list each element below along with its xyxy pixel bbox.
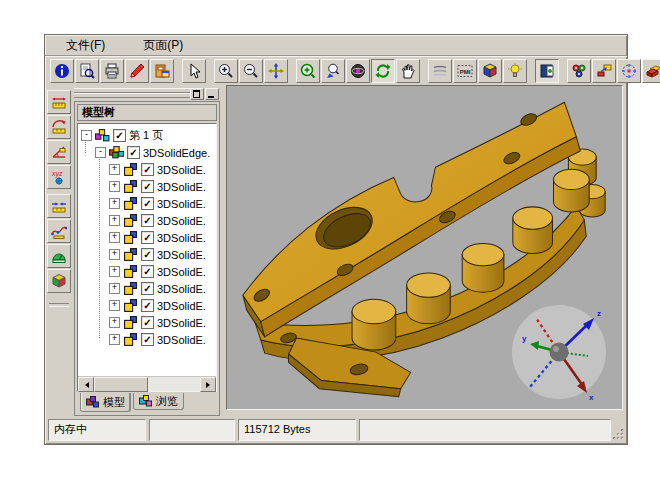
tab-browse[interactable]: 浏览 (133, 393, 184, 410)
pmi-icon: PMI (457, 63, 473, 79)
measure-curve-button[interactable] (47, 219, 71, 243)
tree-row-part[interactable]: +✓3DSolidE. (81, 263, 216, 280)
expand-expander[interactable]: + (109, 164, 120, 175)
menu-file[interactable]: 文件(F) (62, 36, 109, 55)
print-button[interactable] (100, 59, 124, 83)
tree-row-part[interactable]: +✓3DSolidE. (81, 212, 216, 229)
expand-expander[interactable]: + (109, 198, 120, 209)
render-mode-button[interactable] (428, 59, 452, 83)
view-cube-button[interactable] (478, 59, 502, 83)
orientation-trackball[interactable]: z x y (510, 303, 610, 403)
expand-expander[interactable]: + (109, 232, 120, 243)
redline-markup-button[interactable] (125, 59, 149, 83)
expand-expander[interactable]: + (109, 181, 120, 192)
scroll-left-button[interactable] (78, 377, 94, 392)
export-document-button[interactable] (150, 59, 174, 83)
lighting-button[interactable] (503, 59, 527, 83)
measure-radius-button[interactable] (47, 115, 71, 139)
tree-row-part[interactable]: +✓3DSolidE. (81, 195, 216, 212)
zoom-in-button[interactable] (214, 59, 238, 83)
orbit-rotate-button[interactable] (346, 59, 370, 83)
expand-expander[interactable]: + (109, 334, 120, 345)
tree-row-part[interactable]: +✓3DSolidE. (81, 280, 216, 297)
print-preview-button[interactable] (75, 59, 99, 83)
measure-radius-icon (51, 119, 67, 135)
expand-expander[interactable]: + (109, 266, 120, 277)
pan-button[interactable] (264, 59, 288, 83)
pmi-button[interactable]: PMI (453, 59, 477, 83)
part-node-icon (123, 214, 138, 227)
measure-coordinate-button[interactable]: xyz (47, 165, 71, 189)
visibility-checkbox[interactable]: ✓ (141, 282, 154, 295)
menu-page[interactable]: 页面(P) (139, 36, 187, 55)
panel-gripper[interactable] (74, 88, 220, 99)
tree-row-part[interactable]: +✓3DSolidE. (81, 331, 216, 348)
tree-row-part[interactable]: +✓3DSolidE. (81, 178, 216, 195)
tree-row-part[interactable]: +✓3DSolidE. (81, 297, 216, 314)
tree-row-assembly[interactable]: - ✓ 3DSolidEdge. (81, 144, 216, 161)
visibility-checkbox[interactable]: ✓ (141, 163, 154, 176)
tab-model[interactable]: 模型 (80, 393, 131, 412)
tree-row-part[interactable]: +✓3DSolidE. (81, 314, 216, 331)
move-part-button[interactable] (592, 59, 616, 83)
tree-panel-title: 模型树 (77, 104, 217, 121)
panel-hide-button[interactable] (205, 88, 219, 100)
expand-expander[interactable]: + (109, 215, 120, 226)
tree-row-page[interactable]: - ✓ 第 1 页 (81, 127, 216, 144)
resize-grip[interactable] (612, 428, 625, 441)
check-mark: ✓ (129, 148, 137, 157)
expand-expander[interactable]: + (109, 317, 120, 328)
zoom-out-button[interactable] (239, 59, 263, 83)
part-node-icon (123, 163, 138, 176)
x-axis-label: x (589, 393, 594, 402)
tree-row-part[interactable]: +✓3DSolidE. (81, 161, 216, 178)
collapse-expander[interactable]: - (81, 130, 92, 141)
measure-angle-button[interactable] (47, 140, 71, 164)
visibility-checkbox[interactable]: ✓ (141, 248, 154, 261)
visibility-checkbox[interactable]: ✓ (141, 299, 154, 312)
visibility-checkbox[interactable]: ✓ (141, 180, 154, 193)
about-info-button[interactable] (50, 59, 74, 83)
move-part-icon (596, 63, 612, 79)
visibility-checkbox[interactable]: ✓ (127, 146, 140, 159)
measure-volume-button[interactable] (47, 269, 71, 293)
hand-pan-button[interactable] (396, 59, 420, 83)
select-cursor-button[interactable] (182, 59, 206, 83)
spin-button[interactable] (371, 59, 395, 83)
measure-distance-button[interactable] (47, 90, 71, 114)
explode-view-button[interactable] (617, 59, 641, 83)
collapse-expander[interactable]: - (95, 147, 106, 158)
model-tree[interactable]: - ✓ 第 1 页 - ✓ 3DSolidEdge. +✓3DSolidE. (78, 124, 216, 376)
measure-area-button[interactable] (47, 244, 71, 268)
measure-gap-button[interactable] (47, 194, 71, 218)
y-axis-label: y (522, 334, 527, 343)
visibility-checkbox[interactable]: ✓ (141, 214, 154, 227)
tree-row-part[interactable]: +✓3DSolidE. (81, 246, 216, 263)
scrollbar-thumb[interactable] (94, 377, 148, 392)
visibility-checkbox[interactable]: ✓ (141, 197, 154, 210)
notebook-button[interactable] (535, 59, 559, 83)
part-list-button[interactable] (567, 59, 591, 83)
scrollbar-track[interactable] (94, 377, 200, 391)
scroll-right-button[interactable] (200, 377, 216, 392)
expand-expander[interactable]: + (109, 300, 120, 311)
visibility-checkbox[interactable]: ✓ (141, 316, 154, 329)
3d-viewport[interactable]: z x y (226, 85, 623, 410)
explode-icon (621, 63, 637, 79)
tree-row-part[interactable]: +✓3DSolidE. (81, 229, 216, 246)
svg-text:xyz: xyz (51, 170, 63, 178)
visibility-checkbox[interactable]: ✓ (141, 265, 154, 278)
zoom-dynamic-button[interactable] (321, 59, 345, 83)
panel-float-button[interactable] (190, 88, 204, 100)
status-bytes: 115712 Bytes (238, 419, 356, 441)
section-stack-button[interactable] (642, 59, 660, 83)
visibility-checkbox[interactable]: ✓ (141, 333, 154, 346)
zoom-window-button[interactable] (296, 59, 320, 83)
measure-gap-icon (51, 198, 67, 214)
visibility-checkbox[interactable]: ✓ (113, 129, 126, 142)
visibility-checkbox[interactable]: ✓ (141, 231, 154, 244)
expand-expander[interactable]: + (109, 249, 120, 260)
expand-expander[interactable]: + (109, 283, 120, 294)
part-node-icon (123, 333, 138, 346)
part-node-icon (123, 299, 138, 312)
